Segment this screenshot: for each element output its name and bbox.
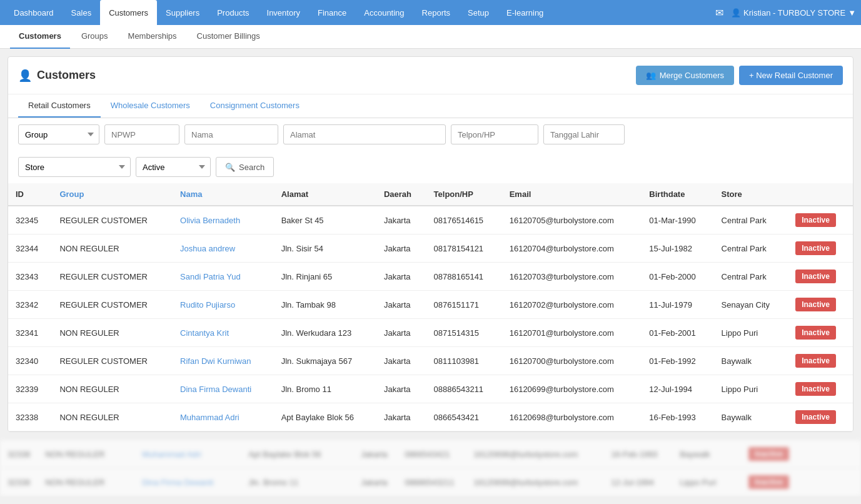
cell-status[interactable]: Inactive: [788, 375, 853, 403]
cell-store: Central Park: [714, 206, 788, 234]
cell-group: REGULER CUSTOMER: [52, 206, 173, 234]
nav-item-reports[interactable]: Reports: [413, 0, 460, 25]
nav-item-setup[interactable]: Setup: [459, 0, 498, 25]
nama-input[interactable]: [184, 124, 278, 144]
cell-nama[interactable]: Muhammad Adri: [173, 403, 274, 431]
merge-customers-button[interactable]: 👥 Merge Customers: [636, 66, 734, 85]
cell-group: NON REGULER: [52, 319, 173, 347]
cell-daerah: Jakarta: [376, 291, 426, 319]
cell-nama[interactable]: Olivia Bernadeth: [173, 206, 274, 234]
blur-cell-birthdate: 16-Feb-1993: [603, 440, 672, 468]
nav-item-accounting[interactable]: Accounting: [355, 0, 413, 25]
cell-group: REGULER CUSTOMER: [52, 347, 173, 375]
cell-store: Baywalk: [714, 403, 788, 431]
cell-nama[interactable]: Rudito Pujiarso: [173, 291, 274, 319]
cell-telpon: 08176514615: [426, 206, 502, 234]
cell-daerah: Jakarta: [376, 263, 426, 291]
col-email: Email: [502, 183, 642, 206]
nav-item-dashboard[interactable]: Dashboard: [5, 0, 63, 25]
cell-status[interactable]: Inactive: [788, 206, 853, 234]
cell-store: Lippo Puri: [714, 319, 788, 347]
cell-status[interactable]: Inactive: [788, 291, 853, 319]
cell-status[interactable]: Inactive: [788, 319, 853, 347]
group-filter[interactable]: Group: [18, 124, 99, 144]
user-menu[interactable]: 👤 Kristian - TURBOLY STORE ▼: [731, 8, 856, 18]
blur-cell-nama: Muhammad Adri: [134, 440, 241, 468]
tab-wholesale-customers[interactable]: Wholesale Customers: [101, 94, 200, 118]
cell-id: 32339: [8, 375, 52, 403]
cell-nama[interactable]: Sandi Patria Yud: [173, 263, 274, 291]
cell-store: Central Park: [714, 234, 788, 263]
table-row: 32344 NON REGULER Joshua andrew Jln. Sis…: [8, 234, 853, 263]
sub-item-customer-billings[interactable]: Customer Billings: [188, 25, 269, 49]
tab-consignment-customers[interactable]: Consignment Customers: [200, 94, 310, 118]
main-content: 👤 Customers 👥 Merge Customers + New Reta…: [8, 56, 853, 432]
cell-status[interactable]: Inactive: [788, 263, 853, 291]
sub-item-customers[interactable]: Customers: [10, 25, 70, 49]
cell-birthdate: 12-Jul-1994: [642, 375, 713, 403]
blur-cell-id: 32338: [0, 440, 38, 468]
customer-tabs: Retail Customers Wholesale Customers Con…: [8, 94, 853, 118]
alamat-input[interactable]: [283, 124, 446, 144]
cell-email: 16120701@turbolystore.com: [502, 319, 642, 347]
sub-item-groups[interactable]: Groups: [73, 25, 117, 49]
nav-item-products[interactable]: Products: [208, 0, 258, 25]
col-group[interactable]: Group: [52, 183, 173, 206]
cell-group: REGULER CUSTOMER: [52, 291, 173, 319]
new-retail-customer-button[interactable]: + New Retail Customer: [739, 66, 843, 85]
cell-telpon: 08788165141: [426, 263, 502, 291]
nav-item-suppliers[interactable]: Suppliers: [157, 0, 208, 25]
cell-store: Baywalk: [714, 347, 788, 375]
cell-telpon: 0876151171: [426, 291, 502, 319]
search-button[interactable]: 🔍 Search: [216, 157, 274, 177]
cell-group: NON REGULER: [52, 234, 173, 263]
cell-nama[interactable]: Dina Firma Dewanti: [173, 375, 274, 403]
col-status: [788, 183, 853, 206]
sub-item-memberships[interactable]: Memberships: [119, 25, 186, 49]
cell-id: 32342: [8, 291, 52, 319]
cell-daerah: Jakarta: [376, 319, 426, 347]
cell-email: 16120700@turbolystore.com: [502, 347, 642, 375]
blur-cell-status: Inactive: [741, 468, 861, 496]
blur-cell-status: Inactive: [741, 440, 861, 468]
blurred-table-row: 32338 NON REGULER Dina Firma Dewanti Jln…: [0, 468, 861, 496]
cell-id: 32343: [8, 263, 52, 291]
cell-birthdate: 15-Jul-1982: [642, 234, 713, 263]
cell-nama[interactable]: Joshua andrew: [173, 234, 274, 263]
nav-item-finance[interactable]: Finance: [309, 0, 355, 25]
cell-nama[interactable]: Rifan Dwi Kurniwan: [173, 347, 274, 375]
active-filter[interactable]: Active Inactive All: [136, 157, 211, 177]
cell-status[interactable]: Inactive: [788, 234, 853, 263]
page-title: 👤 Customers: [18, 69, 96, 83]
tanggal-lahir-input[interactable]: [543, 124, 625, 144]
cell-alamat: Jln. Bromo 11: [274, 375, 376, 403]
table-row: 32340 REGULER CUSTOMER Rifan Dwi Kurniwa…: [8, 347, 853, 375]
cell-nama[interactable]: Cintantya Krit: [173, 319, 274, 347]
cell-email: 16120704@turbolystore.com: [502, 234, 642, 263]
store-filter-wrapper: Store: [18, 157, 131, 177]
blur-cell-daerah: Jakarta: [353, 440, 397, 468]
nav-item-elearning[interactable]: E-learning: [498, 0, 552, 25]
user-label: Kristian - TURBOLY STORE: [743, 8, 845, 18]
mail-icon[interactable]: ✉: [715, 7, 723, 19]
tab-retail-customers[interactable]: Retail Customers: [18, 94, 101, 118]
col-nama[interactable]: Nama: [173, 183, 274, 206]
cell-status[interactable]: Inactive: [788, 403, 853, 431]
cell-status[interactable]: Inactive: [788, 347, 853, 375]
telpon-input[interactable]: [451, 124, 538, 144]
nav-item-sales[interactable]: Sales: [63, 0, 101, 25]
npwp-input[interactable]: [104, 124, 179, 144]
store-filter[interactable]: Store: [18, 157, 131, 177]
blur-cell-nama: Dina Firma Dewanti: [134, 468, 241, 496]
cell-alamat: Apt Baylake Blok 56: [274, 403, 376, 431]
cell-birthdate: 01-Feb-2000: [642, 263, 713, 291]
cell-daerah: Jakarta: [376, 206, 426, 234]
cell-daerah: Jakarta: [376, 234, 426, 263]
cell-group: NON REGULER: [52, 375, 173, 403]
cell-alamat: Jln. Rinjani 65: [274, 263, 376, 291]
nav-item-customers[interactable]: Customers: [100, 0, 157, 25]
table-row: 32339 NON REGULER Dina Firma Dewanti Jln…: [8, 375, 853, 403]
nav-item-inventory[interactable]: Inventory: [258, 0, 309, 25]
cell-daerah: Jakarta: [376, 375, 426, 403]
filter-row-1: Group: [8, 118, 853, 151]
